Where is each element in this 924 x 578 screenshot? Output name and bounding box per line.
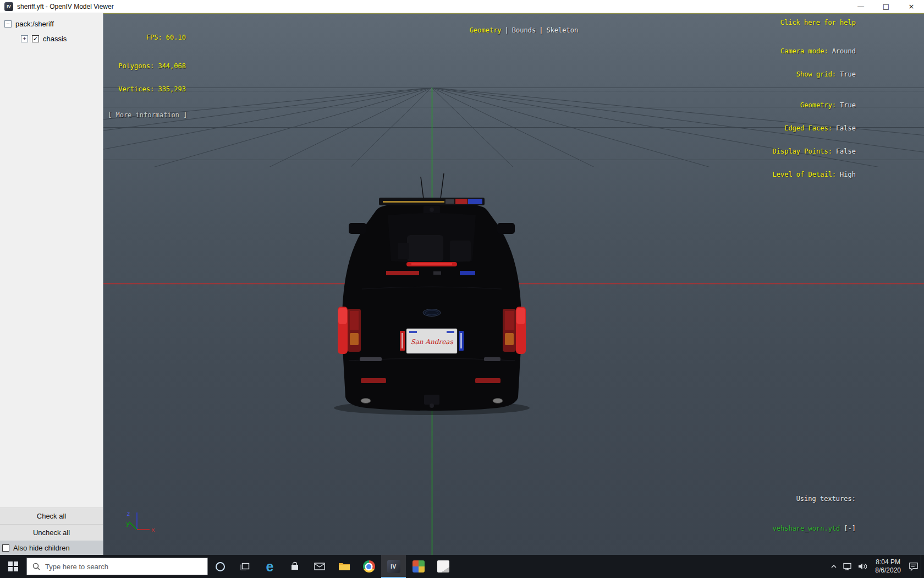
viewer-settings: Camera mode:Around Show grid:True Geomet… (773, 32, 856, 194)
tree-item-chassis[interactable]: chassis (43, 35, 67, 43)
help-link[interactable]: Click here for help (780, 19, 856, 26)
openiv-window-icon[interactable]: IV (4, 2, 13, 11)
polygons-counter: Polygons: 344,068 (108, 62, 186, 70)
window-controls: — □ × (848, 0, 924, 13)
taskbar-clock[interactable]: 8:04 PM 8/6/2020 (875, 558, 901, 575)
task-view-button[interactable] (233, 555, 257, 578)
textures-panel: Using textures: vehshare_worn.ytd[-] veh… (768, 474, 856, 555)
axis-x-label: x (151, 526, 155, 533)
render-mode-tabs: Geometry|Bounds|Skeleton (436, 19, 580, 42)
license-plate-text: San Andreas (410, 338, 453, 346)
taskbar-search[interactable]: Type here to search (26, 558, 208, 575)
main-area: − pack:/sheriff + ✓ chassis Check all Un… (0, 13, 924, 555)
vehicle-model: San Andreas (334, 173, 530, 415)
system-tray: 8:04 PM 8/6/2020 (827, 555, 924, 578)
chrome-button[interactable] (356, 555, 381, 578)
taillight-right (503, 307, 526, 354)
network-status[interactable] (841, 555, 855, 578)
vertices-counter: Vertices: 335,293 (108, 85, 186, 93)
cortana-button[interactable] (208, 555, 233, 578)
texture-tool-icon (413, 560, 425, 572)
network-icon (843, 563, 853, 570)
fps-counter: FPS: 60.10 (108, 34, 186, 41)
file-explorer-button[interactable] (332, 555, 356, 578)
volume-control[interactable] (855, 555, 870, 578)
model-viewport: San Andreas (103, 13, 924, 555)
openiv-taskbar-button[interactable]: IV (381, 555, 406, 578)
also-hide-children-label: Also hide children (13, 544, 70, 552)
action-center-icon (909, 561, 919, 571)
remove-texture-button[interactable]: [-] (844, 554, 856, 555)
uncheck-all-button[interactable]: Uncheck all (0, 524, 103, 541)
model-tree: − pack:/sheriff + ✓ chassis (0, 13, 103, 46)
tray-expand-button[interactable] (827, 555, 841, 578)
tree-item-pack-sheriff[interactable]: pack:/sheriff (15, 20, 54, 28)
also-hide-children-checkbox[interactable] (2, 544, 9, 552)
maximize-button[interactable]: □ (873, 0, 899, 13)
title-bar: IV sheriff.yft - OpenIV Model Viewer — □… (0, 0, 924, 13)
texture-tool-button[interactable] (406, 555, 431, 578)
close-button[interactable]: × (899, 0, 924, 13)
texture-item: vehshare_worn.ytd[-] (768, 524, 856, 533)
tab-geometry[interactable]: Geometry (470, 26, 502, 34)
tab-separator: | (539, 26, 543, 34)
setting-camera-mode[interactable]: Camera mode:Around (773, 47, 856, 55)
edge-button[interactable]: e (257, 555, 282, 578)
volume-icon (858, 563, 867, 570)
clock-time: 8:04 PM (875, 558, 901, 566)
task-view-icon (240, 561, 251, 572)
chrome-icon (363, 560, 375, 572)
texture-item: vehshare_army.ytd[-] (768, 553, 856, 555)
axis-z-label: z (127, 510, 130, 517)
setting-display-points[interactable]: Display Points:False (773, 148, 856, 155)
show-desktop-button[interactable] (921, 555, 924, 578)
remove-texture-button[interactable]: [-] (844, 525, 856, 532)
start-button[interactable] (0, 555, 26, 578)
chevron-up-icon (831, 564, 837, 569)
tree-row-pack-sheriff: − pack:/sheriff (0, 17, 103, 31)
chassis-checkbox[interactable]: ✓ (32, 35, 39, 42)
action-center-button[interactable] (906, 555, 921, 578)
search-placeholder: Type here to search (45, 563, 108, 571)
stats-overlay: FPS: 60.10 Polygons: 344,068 Vertices: 3… (108, 18, 186, 134)
edge-icon: e (266, 560, 274, 572)
minimize-button[interactable]: — (848, 0, 873, 13)
lightbar (379, 198, 485, 205)
tree-row-chassis: + ✓ chassis (0, 31, 103, 46)
setting-geometry[interactable]: Geometry:True (773, 101, 856, 109)
clock-date: 8/6/2020 (875, 566, 901, 575)
setting-show-grid[interactable]: Show grid:True (773, 70, 856, 78)
taskbar: Type here to search e IV (0, 555, 924, 578)
screen: IV sheriff.yft - OpenIV Model Viewer — □… (0, 0, 924, 578)
tree-panel-footer: Check all Uncheck all Also hide children (0, 508, 103, 555)
store-button[interactable] (282, 555, 307, 578)
notes-app-icon (437, 560, 449, 572)
mail-button[interactable] (307, 555, 332, 578)
mail-icon (314, 562, 325, 571)
window-title: sheriff.yft - OpenIV Model Viewer (17, 3, 114, 10)
check-all-button[interactable]: Check all (0, 508, 103, 524)
more-information-link[interactable]: [ More information ] (108, 111, 186, 119)
axis-gizmo: z y x (126, 510, 155, 533)
tab-separator: | (505, 26, 509, 34)
textures-header: Using textures: (768, 494, 856, 504)
axis-y-label: y (126, 520, 130, 527)
tab-bounds[interactable]: Bounds (512, 26, 536, 34)
store-icon (289, 561, 300, 572)
taillight-left (338, 307, 361, 354)
collapse-icon[interactable]: − (4, 20, 12, 28)
setting-level-of-detail[interactable]: Level of Detail:High (773, 171, 856, 178)
openiv-icon: IV (387, 560, 400, 573)
antenna-icon (421, 177, 424, 199)
windows-logo-icon (8, 561, 18, 571)
also-hide-children-row: Also hide children (0, 541, 103, 555)
expand-icon[interactable]: + (21, 35, 28, 42)
file-explorer-icon (338, 561, 350, 571)
license-plate: San Andreas (400, 329, 464, 353)
model-tree-panel: − pack:/sheriff + ✓ chassis Check all Un… (0, 13, 103, 555)
search-icon (32, 563, 40, 570)
cortana-icon (216, 562, 225, 571)
setting-edged-faces[interactable]: Edged Faces:False (773, 124, 856, 132)
tab-skeleton[interactable]: Skeleton (546, 26, 578, 34)
notes-app-button[interactable] (431, 555, 455, 578)
